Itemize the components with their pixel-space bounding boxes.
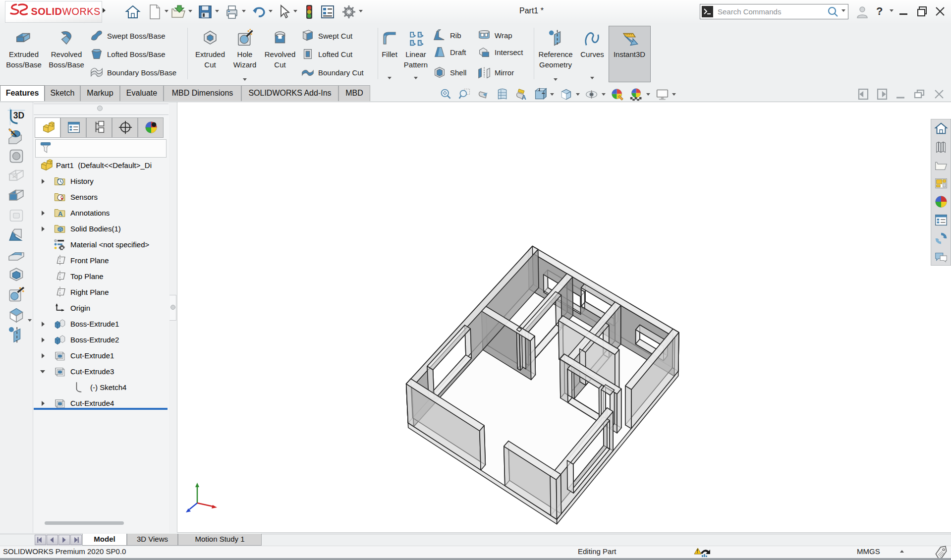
svg-text:A: A: [58, 210, 63, 218]
svg-text:3D: 3D: [13, 111, 24, 120]
svg-text:SOLIDWORKS: SOLIDWORKS: [31, 6, 100, 17]
svg-text:A: A: [522, 94, 526, 101]
svg-text:!: !: [697, 549, 698, 554]
